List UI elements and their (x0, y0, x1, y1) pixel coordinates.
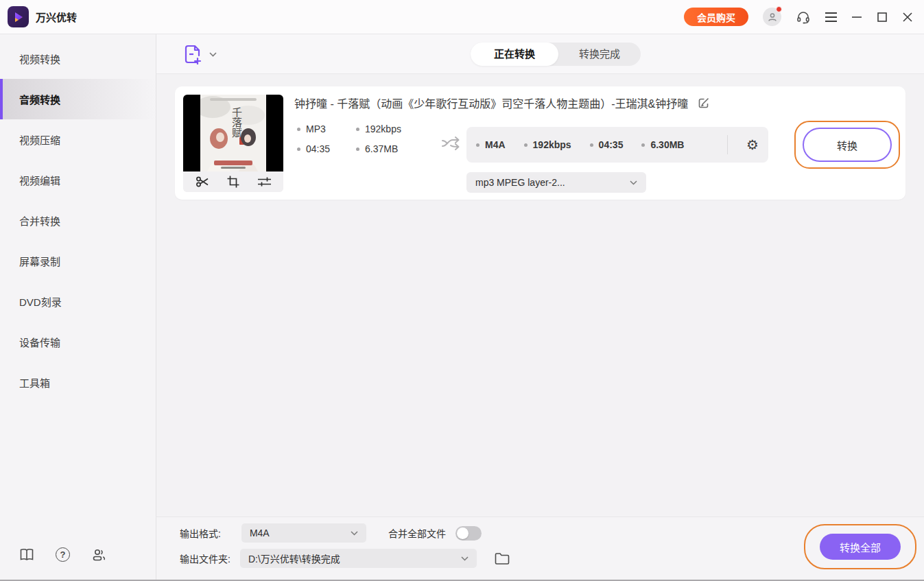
footer-bar: 输出格式: M4A 合并全部文件 输出文件夹: D:\万兴优转\转换完成 转换全… (156, 517, 924, 581)
notification-dot (776, 6, 782, 12)
output-format-select[interactable]: M4A (241, 523, 366, 543)
merge-all-label: 合并全部文件 (388, 526, 446, 540)
convert-button[interactable]: 转换 (803, 128, 892, 162)
output-folder-value: D:\万兴优转\转换完成 (248, 552, 340, 565)
support-headset-icon[interactable] (796, 10, 811, 25)
convert-tabs: 正在转换 转换完成 (471, 43, 641, 66)
tab-converting[interactable]: 正在转换 (471, 43, 558, 66)
sidebar-item-audio-convert[interactable]: 音频转换 (0, 79, 156, 119)
convert-all-button[interactable]: 转换全部 (820, 534, 901, 560)
divider (727, 135, 728, 154)
open-folder-icon[interactable] (495, 552, 510, 565)
minimize-button[interactable] (851, 12, 862, 23)
app-logo-icon (8, 6, 29, 27)
main-toolbar: 正在转换 转换完成 (156, 34, 924, 74)
file-thumbnail: 千落赋 (183, 95, 283, 192)
merge-all-toggle[interactable] (455, 526, 482, 541)
title-bar: 万兴优转 会员购买 (0, 0, 924, 34)
sidebar-item-video-edit[interactable]: 视频编辑 (0, 160, 156, 200)
convert-button-highlight: 转换 (794, 121, 900, 169)
user-avatar-icon[interactable] (763, 8, 781, 26)
chevron-down-icon (351, 531, 358, 536)
convert-all-highlight: 转换全部 (804, 524, 916, 569)
main-area: 正在转换 转换完成 千落赋 (156, 34, 924, 581)
effects-sliders-icon[interactable] (257, 176, 272, 187)
target-duration: 04:35 (590, 139, 624, 150)
file-card: 千落赋 (175, 86, 905, 200)
target-size: 6.30MB (641, 139, 684, 150)
convert-to-shuffle-icon (441, 134, 462, 152)
trim-scissors-icon[interactable] (196, 176, 209, 188)
community-people-icon[interactable] (91, 548, 106, 562)
source-format: MP3 (297, 123, 356, 134)
svg-text:千落赋: 千落赋 (230, 107, 242, 138)
sidebar: 视频转换 音频转换 视频压缩 视频编辑 合并转换 屏幕录制 DVD刻录 设备传输… (0, 34, 156, 580)
close-button[interactable] (902, 12, 913, 23)
help-question-icon[interactable]: ? (56, 547, 70, 562)
source-duration: 04:35 (297, 143, 356, 154)
sidebar-item-device-transfer[interactable]: 设备传输 (0, 322, 156, 362)
source-bitrate: 192kbps (356, 123, 401, 134)
chevron-down-icon (209, 52, 217, 57)
sidebar-item-video-convert[interactable]: 视频转换 (0, 38, 156, 79)
thumbnail-toolbar (183, 171, 283, 192)
rename-edit-icon[interactable] (698, 97, 710, 109)
settings-gear-icon[interactable]: ⚙ (746, 138, 759, 152)
file-title: 钟抒曈 - 千落赋（动画《少年歌行互动版》司空千落人物主题曲）-王瑞淇&钟抒曈 (294, 95, 688, 111)
chevron-down-icon (630, 180, 637, 185)
sidebar-item-toolbox[interactable]: 工具箱 (0, 362, 156, 403)
guide-book-icon[interactable] (19, 548, 34, 562)
tab-finished[interactable]: 转换完成 (558, 43, 641, 66)
sidebar-item-merge-convert[interactable]: 合并转换 (0, 200, 156, 241)
target-format: M4A (476, 139, 506, 150)
toggle-knob (457, 527, 469, 539)
add-file-button[interactable] (184, 44, 217, 64)
app-title: 万兴优转 (36, 10, 77, 24)
output-folder-select[interactable]: D:\万兴优转\转换完成 (240, 549, 477, 568)
member-purchase-button[interactable]: 会员购买 (684, 8, 748, 26)
crop-icon[interactable] (227, 176, 239, 188)
target-info: M4A 192kbps 04:35 6.30MB ⚙ (466, 127, 768, 163)
menu-icon[interactable] (825, 12, 837, 22)
sidebar-item-video-compress[interactable]: 视频压缩 (0, 119, 156, 160)
output-folder-label: 输出文件夹: (180, 552, 230, 565)
output-format-value: M4A (250, 527, 270, 538)
codec-dropdown-value: mp3 MPEG layer-2... (475, 177, 565, 188)
codec-dropdown[interactable]: mp3 MPEG layer-2... (466, 172, 646, 193)
sidebar-item-screen-record[interactable]: 屏幕录制 (0, 241, 156, 281)
sidebar-item-dvd-burn[interactable]: DVD刻录 (0, 281, 156, 322)
target-bitrate: 192kbps (524, 139, 571, 150)
source-size: 6.37MB (356, 143, 401, 154)
album-art: 千落赋 (183, 95, 283, 171)
source-info: MP3 192kbps 04:35 6.37MB (297, 123, 401, 154)
output-format-label: 输出格式: (180, 526, 221, 540)
chevron-down-icon (461, 556, 469, 561)
maximize-button[interactable] (877, 12, 888, 23)
